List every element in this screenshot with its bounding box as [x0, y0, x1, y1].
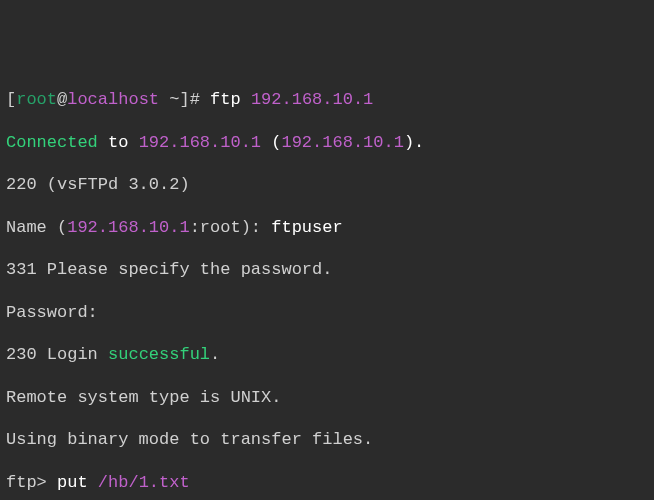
ftp-ip: 192.168.10.1: [251, 90, 373, 109]
prompt-line: [root@localhost ~]# ftp 192.168.10.1: [6, 89, 648, 110]
connected-paren1: (: [261, 133, 281, 152]
system-type-line: Remote system type is UNIX.: [6, 387, 648, 408]
ftp-command: ftp: [210, 90, 251, 109]
connected-ip1: 192.168.10.1: [139, 133, 261, 152]
put-arg: /hb/1.txt: [98, 473, 190, 492]
connected-ip2: 192.168.10.1: [281, 133, 403, 152]
login-line: 230 Login successful.: [6, 344, 648, 365]
ftp-put-line: ftp> put /hb/1.txt: [6, 472, 648, 493]
connected-line: Connected to 192.168.10.1 (192.168.10.1)…: [6, 132, 648, 153]
prompt-lbracket: [: [6, 90, 16, 109]
login-code: 230 Login: [6, 345, 108, 364]
name-ip: 192.168.10.1: [67, 218, 189, 237]
name-prefix: Name (: [6, 218, 67, 237]
prompt-user: root: [16, 90, 57, 109]
login-successful: successful: [108, 345, 210, 364]
connected-to: to: [98, 133, 139, 152]
password-line: Password:: [6, 302, 648, 323]
name-line: Name (192.168.10.1:root): ftpuser: [6, 217, 648, 238]
binary-mode-line: Using binary mode to transfer files.: [6, 429, 648, 450]
name-user: ftpuser: [271, 218, 342, 237]
name-suffix: :root):: [190, 218, 272, 237]
connected-word: Connected: [6, 133, 98, 152]
put-cmd: put: [57, 473, 98, 492]
banner-line: 220 (vsFTPd 3.0.2): [6, 174, 648, 195]
ftp-prompt: ftp>: [6, 473, 57, 492]
specify-password-line: 331 Please specify the password.: [6, 259, 648, 280]
connected-paren2: ).: [404, 133, 424, 152]
prompt-at: @: [57, 90, 67, 109]
prompt-tilde: ~: [159, 90, 179, 109]
login-dot: .: [210, 345, 220, 364]
prompt-rbracket: ]#: [179, 90, 210, 109]
prompt-host: localhost: [67, 90, 159, 109]
